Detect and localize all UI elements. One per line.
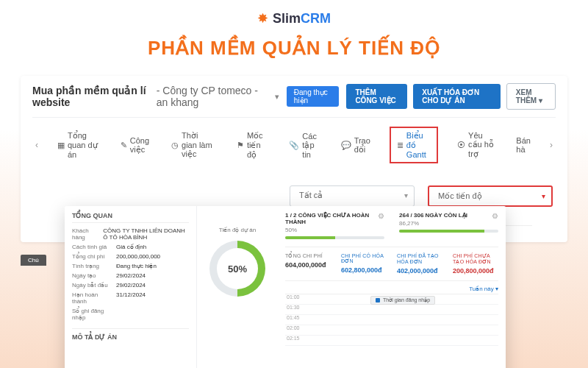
filter-milestone-select[interactable]: Mốc tiến độ: [428, 185, 553, 207]
stat-gear-icon-1[interactable]: ⚙: [378, 212, 384, 220]
clock-icon: ◷: [171, 141, 179, 150]
tab-tasks[interactable]: ✎Công việc: [118, 135, 152, 156]
brand-crm: CRM: [301, 11, 331, 26]
gear-icon: ✸: [257, 10, 268, 26]
lifering-icon: ⦿: [457, 141, 465, 149]
flag-icon: ⚑: [237, 141, 244, 150]
page-title: PHẦN MỀM QUẢN LÝ TIẾN ĐỘ: [0, 37, 588, 60]
add-task-button[interactable]: THÊM CÔNG VIỆC: [346, 84, 407, 109]
tabs-bar: ‹ ▦Tổng quan dự án ✎Công việc ◷Thời gian…: [32, 117, 556, 172]
desc-heading: MÔ TẢ DỰ ÁN: [72, 328, 189, 341]
legend-dot-icon: [376, 298, 380, 302]
chevron-left-icon[interactable]: ‹: [35, 140, 38, 150]
chevron-right-icon[interactable]: ›: [550, 140, 553, 150]
customer-link[interactable]: CÔNG TY TNHH LIÊN DOANH Ô TÔ HÒA BÌNH: [103, 227, 189, 241]
more-button[interactable]: XEM THÊM ▾: [506, 83, 556, 110]
clipboard-icon: ✎: [121, 141, 127, 150]
overview-popover: TỔNG QUAN Khách hàngCÔNG TY TNHH LIÊN DO…: [65, 206, 506, 368]
export-invoice-button[interactable]: XUẤT HÓA ĐƠN CHO DỰ ÁN: [413, 84, 501, 109]
stat-gear-icon-2[interactable]: ⚙: [492, 212, 498, 220]
tab-discuss[interactable]: 💬Trao đổi: [338, 135, 373, 156]
tab-sales[interactable]: Bán hà: [513, 135, 534, 155]
status-badge: Đang thực hiện: [287, 86, 340, 107]
filter-all-select[interactable]: Tất cả: [290, 185, 415, 207]
comment-icon: 💬: [341, 141, 351, 150]
grid-icon: ▦: [57, 141, 65, 150]
project-company: - Công ty CP tomeco - an khang: [157, 85, 268, 108]
week-dropdown[interactable]: Tuần này ▾: [285, 281, 498, 294]
tab-timesheet[interactable]: ◷Thời gian làm việc: [168, 130, 218, 160]
tab-files[interactable]: 📎Các tập tin: [286, 130, 321, 160]
login-timeline: 01:0001:3001:4502:0002:15 Thời gian đăng…: [285, 294, 498, 368]
overview-heading: TỔNG QUAN: [72, 212, 189, 223]
progress-percent: 50%: [217, 248, 258, 289]
tab-support[interactable]: ⦿Yêu cầu hỗ trợ: [454, 130, 497, 160]
attach-icon: 📎: [289, 141, 299, 150]
project-title: Mua phần mềm quản lí website: [32, 85, 149, 108]
progress-donut: 50%: [209, 241, 265, 297]
brand-slim: Slim: [273, 11, 301, 26]
gantt-icon: ≣: [397, 141, 404, 150]
tab-overview[interactable]: ▦Tổng quan dự án: [54, 130, 101, 160]
timeline-legend: Thời gian đăng nhập: [370, 296, 435, 305]
tab-milestone[interactable]: ⚑Mốc tiến độ: [234, 130, 270, 161]
progress-label: Tiến độ dự án: [219, 227, 256, 233]
caret-down-icon[interactable]: ▾: [275, 92, 279, 102]
brand-logo: ✸ SlimCRM: [0, 0, 588, 31]
side-chip: Chú: [21, 255, 46, 266]
tab-gantt[interactable]: ≣Biểu đồ Gantt: [390, 127, 438, 163]
